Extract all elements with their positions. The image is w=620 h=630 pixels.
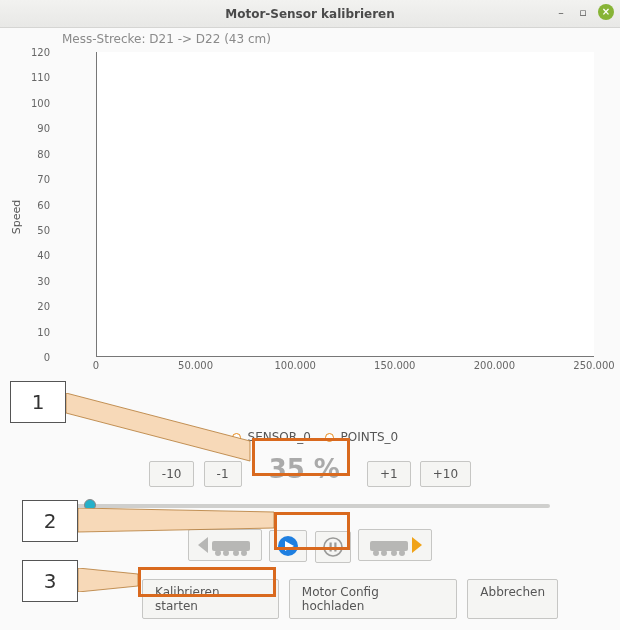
legend-item: POINTS_0 [340,430,398,444]
slider-thumb[interactable] [84,499,96,511]
minimize-icon[interactable]: – [554,5,568,19]
svg-marker-14 [66,393,250,461]
minus-10-button[interactable]: -10 [149,461,195,487]
plot-area [96,52,594,357]
subtitle: Mess-Strecke: D21 -> D22 (43 cm) [0,28,620,46]
speed-value: 35 % [249,454,360,484]
callout-3: 3 [22,560,78,602]
svg-point-13 [399,550,405,556]
forward-button[interactable] [358,529,432,561]
pause-icon [323,537,343,557]
y-axis-label: Speed [10,200,23,234]
upload-config-button[interactable]: Motor Config hochladen [289,579,458,619]
svg-point-6 [324,538,342,556]
plus-10-button[interactable]: +10 [420,461,471,487]
plus-1-button[interactable]: +1 [367,461,411,487]
legend-item: SENSOR_0 [248,430,311,444]
reverse-button[interactable] [188,529,262,561]
legend: SENSOR_0 POINTS_0 [0,430,620,444]
svg-rect-9 [370,541,408,551]
svg-rect-0 [212,541,250,551]
callout-1: 1 [10,381,66,423]
start-calibration-button[interactable]: Kalibrieren starten [142,579,279,619]
svg-point-4 [241,550,247,556]
svg-rect-8 [334,543,336,552]
minus-1-button[interactable]: -1 [204,461,242,487]
svg-marker-16 [78,568,138,592]
train-left-icon [196,533,254,557]
svg-point-1 [215,550,221,556]
speed-stepper-row: -10 -1 35 % +1 +10 [0,454,620,487]
callout-2: 2 [22,500,78,542]
svg-rect-7 [329,543,331,552]
speed-slider[interactable] [70,497,550,515]
pause-button[interactable] [315,531,351,563]
svg-point-11 [381,550,387,556]
svg-point-3 [233,550,239,556]
play-button[interactable] [269,530,307,562]
svg-point-2 [223,550,229,556]
legend-marker-icon [325,433,334,442]
direction-row [0,529,620,563]
maximize-icon[interactable]: ▫ [576,5,590,19]
window-title: Motor-Sensor kalibrieren [225,7,395,21]
bottom-button-row: Kalibrieren starten Motor Config hochlad… [140,579,560,619]
chart: Speed 0102030405060708090100110120 050.0… [62,52,602,382]
cancel-button[interactable]: Abbrechen [467,579,558,619]
svg-point-10 [373,550,379,556]
legend-marker-icon [232,433,241,442]
slider-track [70,504,550,508]
close-icon[interactable]: × [598,4,614,20]
play-icon [277,535,299,557]
window-buttons: – ▫ × [554,4,614,20]
titlebar: Motor-Sensor kalibrieren – ▫ × [0,0,620,28]
train-right-icon [366,533,424,557]
svg-point-12 [391,550,397,556]
